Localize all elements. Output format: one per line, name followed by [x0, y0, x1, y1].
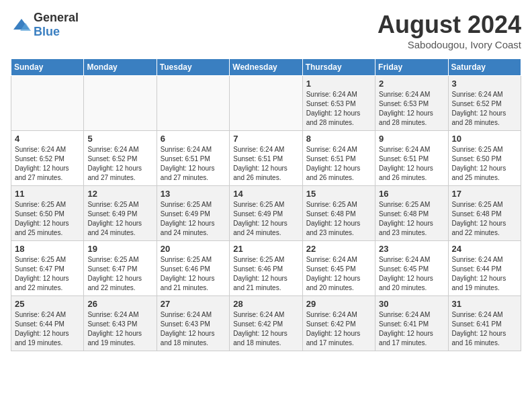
day-of-week-header: Tuesday — [157, 59, 229, 76]
calendar-cell: 8Sunrise: 6:24 AM Sunset: 6:51 PM Daylig… — [302, 131, 375, 186]
day-number: 15 — [306, 189, 371, 199]
day-number: 22 — [306, 244, 371, 254]
calendar-cell: 18Sunrise: 6:25 AM Sunset: 6:47 PM Dayli… — [11, 241, 84, 296]
calendar-cell: 20Sunrise: 6:25 AM Sunset: 6:46 PM Dayli… — [157, 241, 229, 296]
calendar-cell: 17Sunrise: 6:25 AM Sunset: 6:48 PM Dayli… — [448, 186, 521, 241]
calendar-cell: 7Sunrise: 6:24 AM Sunset: 6:51 PM Daylig… — [230, 131, 302, 186]
day-info: Sunrise: 6:24 AM Sunset: 6:45 PM Dayligh… — [379, 255, 444, 293]
calendar-week-row: 18Sunrise: 6:25 AM Sunset: 6:47 PM Dayli… — [11, 241, 521, 296]
day-info: Sunrise: 6:25 AM Sunset: 6:49 PM Dayligh… — [161, 200, 226, 238]
logo-blue: Blue — [34, 25, 60, 38]
day-of-week-header: Wednesday — [230, 59, 302, 76]
calendar-cell: 5Sunrise: 6:24 AM Sunset: 6:52 PM Daylig… — [84, 131, 157, 186]
calendar-cell: 28Sunrise: 6:24 AM Sunset: 6:42 PM Dayli… — [230, 296, 302, 351]
day-info: Sunrise: 6:24 AM Sunset: 6:41 PM Dayligh… — [452, 310, 517, 348]
day-info: Sunrise: 6:25 AM Sunset: 6:50 PM Dayligh… — [15, 200, 80, 238]
day-number: 21 — [233, 244, 298, 254]
day-number: 25 — [15, 299, 80, 309]
day-info: Sunrise: 6:24 AM Sunset: 6:43 PM Dayligh… — [87, 310, 152, 348]
day-info: Sunrise: 6:25 AM Sunset: 6:48 PM Dayligh… — [379, 200, 444, 238]
day-info: Sunrise: 6:25 AM Sunset: 6:46 PM Dayligh… — [233, 255, 298, 293]
calendar-cell — [11, 76, 84, 131]
day-info: Sunrise: 6:24 AM Sunset: 6:42 PM Dayligh… — [233, 310, 298, 348]
day-info: Sunrise: 6:24 AM Sunset: 6:51 PM Dayligh… — [379, 145, 444, 183]
calendar-cell — [230, 76, 302, 131]
calendar-week-row: 1Sunrise: 6:24 AM Sunset: 6:53 PM Daylig… — [11, 76, 521, 131]
page-header: General Blue August 2024 Sabodougou, Ivo… — [11, 11, 521, 50]
day-number: 13 — [161, 189, 226, 199]
day-info: Sunrise: 6:25 AM Sunset: 6:49 PM Dayligh… — [233, 200, 298, 238]
day-info: Sunrise: 6:25 AM Sunset: 6:49 PM Dayligh… — [87, 200, 152, 238]
day-number: 5 — [87, 134, 152, 144]
calendar-cell: 25Sunrise: 6:24 AM Sunset: 6:44 PM Dayli… — [11, 296, 84, 351]
day-number: 24 — [452, 244, 517, 254]
day-info: Sunrise: 6:24 AM Sunset: 6:53 PM Dayligh… — [306, 90, 371, 128]
title-block: August 2024 Sabodougou, Ivory Coast — [378, 11, 521, 50]
calendar-cell: 31Sunrise: 6:24 AM Sunset: 6:41 PM Dayli… — [448, 296, 521, 351]
calendar-cell: 23Sunrise: 6:24 AM Sunset: 6:45 PM Dayli… — [375, 241, 448, 296]
calendar-cell: 24Sunrise: 6:24 AM Sunset: 6:44 PM Dayli… — [448, 241, 521, 296]
calendar-cell: 16Sunrise: 6:25 AM Sunset: 6:48 PM Dayli… — [375, 186, 448, 241]
day-info: Sunrise: 6:24 AM Sunset: 6:42 PM Dayligh… — [306, 310, 371, 348]
day-info: Sunrise: 6:24 AM Sunset: 6:51 PM Dayligh… — [306, 145, 371, 183]
day-of-week-header: Sunday — [11, 59, 84, 76]
day-info: Sunrise: 6:24 AM Sunset: 6:52 PM Dayligh… — [452, 90, 517, 128]
calendar-cell — [157, 76, 229, 131]
day-info: Sunrise: 6:25 AM Sunset: 6:48 PM Dayligh… — [306, 200, 371, 238]
day-number: 19 — [87, 244, 152, 254]
calendar-cell: 15Sunrise: 6:25 AM Sunset: 6:48 PM Dayli… — [302, 186, 375, 241]
day-of-week-header: Saturday — [448, 59, 521, 76]
calendar-cell: 10Sunrise: 6:25 AM Sunset: 6:50 PM Dayli… — [448, 131, 521, 186]
day-number: 2 — [379, 79, 444, 89]
calendar-cell: 29Sunrise: 6:24 AM Sunset: 6:42 PM Dayli… — [302, 296, 375, 351]
calendar-cell: 2Sunrise: 6:24 AM Sunset: 6:53 PM Daylig… — [375, 76, 448, 131]
calendar-cell: 12Sunrise: 6:25 AM Sunset: 6:49 PM Dayli… — [84, 186, 157, 241]
calendar-cell: 3Sunrise: 6:24 AM Sunset: 6:52 PM Daylig… — [448, 76, 521, 131]
day-info: Sunrise: 6:25 AM Sunset: 6:47 PM Dayligh… — [87, 255, 152, 293]
logo-general: General — [34, 11, 79, 24]
calendar-week-row: 25Sunrise: 6:24 AM Sunset: 6:44 PM Dayli… — [11, 296, 521, 351]
day-info: Sunrise: 6:24 AM Sunset: 6:45 PM Dayligh… — [306, 255, 371, 293]
day-number: 12 — [87, 189, 152, 199]
day-number: 27 — [161, 299, 226, 309]
day-info: Sunrise: 6:24 AM Sunset: 6:51 PM Dayligh… — [233, 145, 298, 183]
day-number: 9 — [379, 134, 444, 144]
calendar-cell: 21Sunrise: 6:25 AM Sunset: 6:46 PM Dayli… — [230, 241, 302, 296]
day-number: 28 — [233, 299, 298, 309]
location-title: Sabodougou, Ivory Coast — [378, 39, 521, 50]
day-number: 11 — [15, 189, 80, 199]
calendar-header-row: SundayMondayTuesdayWednesdayThursdayFrid… — [11, 59, 521, 76]
day-number: 20 — [161, 244, 226, 254]
day-info: Sunrise: 6:24 AM Sunset: 6:44 PM Dayligh… — [452, 255, 517, 293]
day-number: 14 — [233, 189, 298, 199]
calendar-cell: 30Sunrise: 6:24 AM Sunset: 6:41 PM Dayli… — [375, 296, 448, 351]
day-info: Sunrise: 6:25 AM Sunset: 6:46 PM Dayligh… — [161, 255, 226, 293]
day-number: 3 — [452, 79, 517, 89]
calendar-cell: 27Sunrise: 6:24 AM Sunset: 6:43 PM Dayli… — [157, 296, 229, 351]
day-info: Sunrise: 6:24 AM Sunset: 6:44 PM Dayligh… — [15, 310, 80, 348]
day-number: 18 — [15, 244, 80, 254]
day-number: 1 — [306, 79, 371, 89]
day-number: 26 — [87, 299, 152, 309]
day-info: Sunrise: 6:24 AM Sunset: 6:43 PM Dayligh… — [161, 310, 226, 348]
calendar-cell: 9Sunrise: 6:24 AM Sunset: 6:51 PM Daylig… — [375, 131, 448, 186]
logo: General Blue — [11, 11, 79, 39]
calendar-cell: 4Sunrise: 6:24 AM Sunset: 6:52 PM Daylig… — [11, 131, 84, 186]
month-year-title: August 2024 — [378, 11, 521, 39]
day-info: Sunrise: 6:24 AM Sunset: 6:52 PM Dayligh… — [87, 145, 152, 183]
day-info: Sunrise: 6:25 AM Sunset: 6:48 PM Dayligh… — [452, 200, 517, 238]
day-info: Sunrise: 6:24 AM Sunset: 6:51 PM Dayligh… — [161, 145, 226, 183]
calendar-cell: 19Sunrise: 6:25 AM Sunset: 6:47 PM Dayli… — [84, 241, 157, 296]
day-info: Sunrise: 6:25 AM Sunset: 6:47 PM Dayligh… — [15, 255, 80, 293]
day-number: 31 — [452, 299, 517, 309]
day-info: Sunrise: 6:24 AM Sunset: 6:52 PM Dayligh… — [15, 145, 80, 183]
day-number: 6 — [161, 134, 226, 144]
calendar-cell: 13Sunrise: 6:25 AM Sunset: 6:49 PM Dayli… — [157, 186, 229, 241]
day-info: Sunrise: 6:24 AM Sunset: 6:41 PM Dayligh… — [379, 310, 444, 348]
calendar-cell: 6Sunrise: 6:24 AM Sunset: 6:51 PM Daylig… — [157, 131, 229, 186]
day-number: 7 — [233, 134, 298, 144]
calendar-cell: 22Sunrise: 6:24 AM Sunset: 6:45 PM Dayli… — [302, 241, 375, 296]
calendar-cell: 14Sunrise: 6:25 AM Sunset: 6:49 PM Dayli… — [230, 186, 302, 241]
day-number: 17 — [452, 189, 517, 199]
day-number: 16 — [379, 189, 444, 199]
